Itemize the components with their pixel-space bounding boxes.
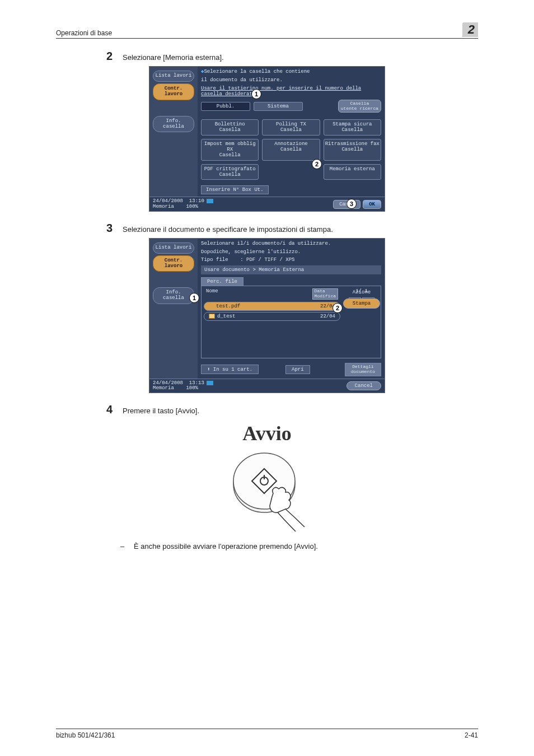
file-name: test.pdf xyxy=(216,304,240,309)
perc-file-tab[interactable]: Perc. file xyxy=(201,277,243,286)
inserire-box-ut-button[interactable]: Inserire N° Box Ut. xyxy=(201,185,269,194)
contr-lavoro-button[interactable]: Contr. lavoro xyxy=(153,83,194,100)
file-row[interactable]: test.pdf 22/04 xyxy=(204,302,340,311)
azione-header: Azione xyxy=(353,290,371,295)
footer-mem-pct: 100% xyxy=(186,385,198,391)
file-date: 22/04 xyxy=(320,314,335,319)
info-casella-button[interactable]: Info. casella xyxy=(153,287,194,304)
footer-mem-label: Memoria xyxy=(153,385,174,391)
step-4: 4 Premere il tasto [Avvio]. xyxy=(104,403,478,416)
box-annotazione[interactable]: Annotazione Casella xyxy=(262,139,320,161)
up-arrow-icon: ⬆ xyxy=(207,367,210,372)
stampa-action-button[interactable]: Stampa xyxy=(343,298,380,309)
instr2-line1: Selezionare il/i documento/i da utilizza… xyxy=(201,241,381,247)
instr2-line2: Dopodiche, sceglierne l'utilizzo. xyxy=(201,249,381,255)
memory-icon xyxy=(207,381,213,385)
folder-icon xyxy=(209,314,215,319)
step-text: Selezionare il documento e specificare l… xyxy=(123,225,333,234)
contr-lavoro-button[interactable]: Contr. lavoro xyxy=(153,255,194,272)
lista-lavori-button[interactable]: Lista lavori xyxy=(153,71,194,82)
tipo-file-value: : PDF / TIFF / XPS xyxy=(240,257,294,263)
chapter-number: 2 xyxy=(462,22,478,37)
avvio-label: Avvio xyxy=(217,422,317,445)
apri-button[interactable]: Apri xyxy=(285,365,310,374)
breadcrumb: Usare documento > Memoria Esterna xyxy=(201,265,381,274)
cancel-button[interactable]: Cancel xyxy=(346,381,381,390)
sub-text: È anche possibile avviare l'operazione p… xyxy=(134,542,318,550)
file-name: d_test xyxy=(217,314,235,319)
step-text: Premere il tasto [Avvio]. xyxy=(123,407,199,415)
step-number: 4 xyxy=(104,403,113,416)
callout-3: 3 xyxy=(346,199,357,209)
step-number: 2 xyxy=(104,50,113,63)
box-mem-obblig-rx[interactable]: Impost mem obblig RX Casella xyxy=(201,139,259,161)
footer-mem-pct: 100% xyxy=(186,204,198,209)
col-nome: Nome xyxy=(206,288,218,300)
callout-2: 2 xyxy=(312,159,322,169)
tab-sistema[interactable]: Sistema xyxy=(254,102,303,111)
instr-line2: il documento da utilizzare. xyxy=(201,77,381,83)
instr-line3: Usare il tastierino num. per inserire il… xyxy=(201,86,381,98)
callout-1: 1 xyxy=(189,293,199,303)
step-4-sub: – È anche possibile avviare l'operazione… xyxy=(120,542,478,550)
instr-line1: Selezionare la casella che contiene xyxy=(204,69,310,74)
bullet: – xyxy=(120,542,126,550)
callout-2: 2 xyxy=(332,303,343,313)
tab-pubbl[interactable]: Pubbl. xyxy=(201,102,250,111)
footer-page: 2-41 xyxy=(465,731,478,739)
box-memoria-esterna[interactable]: Memoria esterna xyxy=(324,164,381,180)
dettagli-documento-button[interactable]: Dettagli documento xyxy=(345,363,381,376)
callout-1: 1 xyxy=(251,89,261,99)
memory-icon xyxy=(207,199,213,203)
box-stampa-sicura[interactable]: Stampa sicura Casella xyxy=(324,119,381,136)
step-2: 2 Selezionare [Memoria esterna]. xyxy=(104,50,478,63)
box-pdf-crittografato[interactable]: PDF crittografato Casella xyxy=(201,164,259,180)
screenshot-panel-1: Lista lavori Contr. lavoro Info. casella… xyxy=(149,66,385,212)
lista-lavori-button[interactable]: Lista lavori xyxy=(153,242,194,254)
info-casella-button[interactable]: Info. casella xyxy=(153,116,194,133)
step-number: 3 xyxy=(104,222,113,235)
section-header: Operazioni di base xyxy=(56,29,112,37)
ok-button[interactable]: OK xyxy=(363,200,381,209)
doc-icon xyxy=(209,304,214,308)
file-row[interactable]: d_test 22/04 xyxy=(204,312,340,321)
step-3: 3 Selezionare il documento e specificare… xyxy=(104,222,478,235)
tipo-file-label: Tipo file xyxy=(201,257,228,263)
casella-ricerca-button[interactable]: Casella utente ricerca xyxy=(338,100,381,113)
box-ritrasmissione-fax[interactable]: Ritrasmissione fax Casella xyxy=(324,139,381,161)
box-polling-tx[interactable]: Polling TX Casella xyxy=(262,119,320,136)
footer-model: bizhub 501/421/361 xyxy=(56,731,115,739)
screenshot-panel-2: Lista lavori Contr. lavoro Info. casella… xyxy=(149,238,385,393)
in-su-cart-button[interactable]: ⬆ In su 1 cart. xyxy=(201,365,259,374)
col-data-modifica[interactable]: Data Modifica xyxy=(312,288,338,300)
avvio-button-icon xyxy=(225,449,309,533)
avvio-illustration: Avvio xyxy=(217,422,317,534)
step-text: Selezionare [Memoria esterna]. xyxy=(123,53,224,62)
footer-mem-label: Memoria xyxy=(153,204,174,209)
box-bollettino[interactable]: Bollettino Casella xyxy=(201,119,259,136)
